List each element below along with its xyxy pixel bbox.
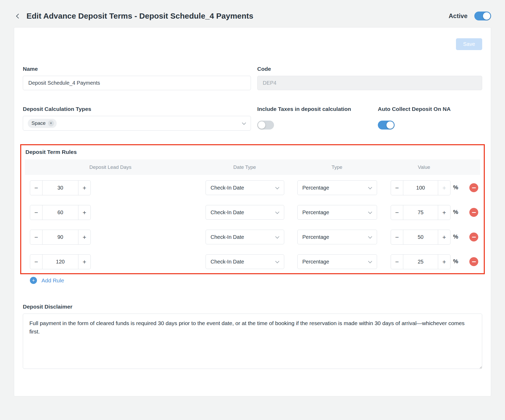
chevron-down-icon bbox=[275, 235, 280, 239]
column-header-type: Type bbox=[331, 164, 342, 170]
value-input[interactable] bbox=[403, 205, 438, 220]
lead-days-increment-button[interactable]: + bbox=[78, 230, 91, 245]
rules-section-title: Deposit Term Rules bbox=[25, 149, 480, 155]
calc-types-select[interactable]: Space ✕ bbox=[23, 116, 251, 131]
value-stepper: − + bbox=[391, 180, 450, 195]
percent-label: % bbox=[453, 258, 458, 265]
code-input bbox=[257, 76, 482, 90]
chevron-down-icon bbox=[275, 185, 280, 190]
code-field-group: Code bbox=[257, 66, 482, 90]
remove-rule-button[interactable] bbox=[469, 233, 478, 241]
value-increment-button[interactable]: + bbox=[438, 205, 450, 220]
minus-icon bbox=[472, 261, 476, 262]
auto-collect-group: Auto Collect Deposit On NA bbox=[378, 106, 498, 131]
date-type-value: Check-In Date bbox=[211, 259, 244, 265]
rules-table-header: Deposit Lead Days Date Type Type Value bbox=[25, 159, 480, 175]
remove-rule-button[interactable] bbox=[469, 257, 478, 266]
type-value: Percentage bbox=[302, 209, 329, 216]
header-right: Active bbox=[449, 12, 491, 20]
date-type-value: Check-In Date bbox=[211, 209, 244, 216]
auto-collect-toggle[interactable] bbox=[378, 121, 395, 130]
minus-icon bbox=[472, 237, 476, 238]
minus-icon bbox=[472, 212, 476, 213]
lead-days-input[interactable] bbox=[42, 230, 78, 245]
column-header-lead-days: Deposit Lead Days bbox=[89, 164, 132, 170]
active-toggle[interactable] bbox=[474, 12, 491, 20]
value-decrement-button[interactable]: − bbox=[391, 254, 403, 269]
lead-days-stepper: − + bbox=[30, 254, 91, 269]
date-type-select[interactable]: Check-In Date bbox=[206, 205, 284, 220]
lead-days-input[interactable] bbox=[42, 254, 78, 269]
plus-circle-icon: + bbox=[30, 277, 37, 284]
type-select[interactable]: Percentage bbox=[297, 230, 377, 244]
value-increment-button[interactable]: + bbox=[438, 254, 450, 269]
type-select[interactable]: Percentage bbox=[297, 254, 377, 269]
calc-type-chip: Space ✕ bbox=[28, 119, 57, 128]
type-select[interactable]: Percentage bbox=[297, 180, 377, 195]
name-input[interactable] bbox=[23, 76, 251, 90]
value-decrement-button[interactable]: − bbox=[391, 205, 403, 220]
deposit-rule-row: − + Check-In Date Percentage − + % bbox=[25, 230, 480, 245]
lead-days-increment-button[interactable]: + bbox=[78, 180, 91, 195]
remove-rule-button[interactable] bbox=[469, 208, 478, 217]
chevron-down-icon bbox=[275, 259, 280, 263]
type-value: Percentage bbox=[302, 259, 329, 265]
lead-days-decrement-button[interactable]: − bbox=[30, 254, 42, 269]
date-type-select[interactable]: Check-In Date bbox=[206, 180, 284, 195]
date-type-select[interactable]: Check-In Date bbox=[206, 230, 284, 244]
type-value: Percentage bbox=[302, 185, 329, 191]
date-type-select[interactable]: Check-In Date bbox=[206, 254, 284, 269]
value-decrement-button[interactable]: − bbox=[391, 230, 403, 245]
deposit-rule-row: − + Check-In Date Percentage − + % bbox=[25, 180, 480, 195]
remove-rule-button[interactable] bbox=[469, 183, 478, 192]
add-rule-label: Add Rule bbox=[41, 277, 64, 284]
value-stepper: − + bbox=[391, 254, 450, 269]
chevron-down-icon bbox=[368, 259, 372, 263]
calc-type-chip-label: Space bbox=[31, 120, 46, 126]
lead-days-increment-button[interactable]: + bbox=[78, 205, 91, 220]
value-input[interactable] bbox=[403, 254, 438, 269]
percent-label: % bbox=[453, 233, 458, 240]
lead-days-decrement-button[interactable]: − bbox=[30, 205, 42, 220]
value-input[interactable] bbox=[403, 180, 438, 195]
lead-days-decrement-button[interactable]: − bbox=[30, 230, 42, 245]
save-button[interactable]: Save bbox=[456, 38, 482, 50]
back-button[interactable] bbox=[14, 12, 23, 20]
toggle-knob bbox=[258, 121, 265, 129]
chevron-down-icon bbox=[275, 210, 280, 214]
add-rule-button[interactable]: + Add Rule bbox=[30, 277, 64, 284]
toggle-knob bbox=[386, 121, 394, 129]
lead-days-stepper: − + bbox=[30, 180, 91, 195]
chevron-down-icon bbox=[242, 121, 246, 125]
lead-days-input[interactable] bbox=[42, 180, 78, 195]
percent-label: % bbox=[453, 209, 458, 216]
name-field-group: Name bbox=[23, 66, 251, 90]
toggles-cell: Include Taxes in deposit calculation Aut… bbox=[257, 106, 498, 131]
value-increment-button[interactable]: + bbox=[438, 180, 450, 195]
lead-days-stepper: − + bbox=[30, 230, 91, 245]
lead-days-input[interactable] bbox=[42, 205, 78, 220]
value-stepper: − + bbox=[391, 205, 450, 220]
chevron-down-icon bbox=[368, 235, 372, 239]
calc-toggles-row: Deposit Calculation Types Space ✕ Includ… bbox=[23, 106, 482, 131]
lead-days-decrement-button[interactable]: − bbox=[30, 180, 42, 195]
value-decrement-button[interactable]: − bbox=[391, 180, 403, 195]
include-taxes-toggle[interactable] bbox=[257, 121, 274, 130]
include-taxes-label: Include Taxes in deposit calculation bbox=[257, 106, 378, 112]
page-title: Edit Advance Deposit Terms - Deposit Sch… bbox=[26, 12, 253, 20]
value-input[interactable] bbox=[403, 230, 438, 245]
value-increment-button[interactable]: + bbox=[438, 230, 450, 245]
disclaimer-label: Deposit Disclaimer bbox=[23, 304, 482, 310]
disclaimer-textarea[interactable]: Full payment in the form of cleared fund… bbox=[23, 314, 482, 369]
chip-remove-icon[interactable]: ✕ bbox=[48, 120, 54, 126]
percent-label: % bbox=[453, 184, 458, 191]
deposit-term-rules-section: Deposit Term Rules Deposit Lead Days Dat… bbox=[20, 144, 485, 274]
name-label: Name bbox=[23, 66, 251, 72]
type-select[interactable]: Percentage bbox=[297, 205, 377, 220]
deposit-rule-row: − + Check-In Date Percentage − + % bbox=[25, 205, 480, 220]
calc-types-group: Deposit Calculation Types Space ✕ bbox=[23, 106, 251, 131]
lead-days-increment-button[interactable]: + bbox=[78, 254, 91, 269]
lead-days-stepper: − + bbox=[30, 205, 91, 220]
column-header-date-type: Date Type bbox=[233, 164, 256, 170]
minus-icon bbox=[472, 187, 476, 188]
